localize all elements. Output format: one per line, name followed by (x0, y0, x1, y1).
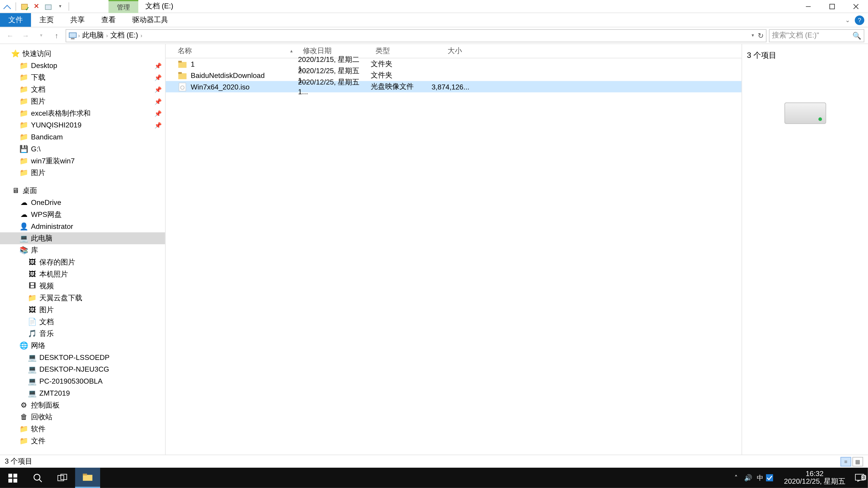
folder-icon: 📁 (19, 61, 29, 70)
volume-icon[interactable]: 🔊 (742, 474, 754, 482)
taskbar-clock[interactable]: 16:32 2020/12/25, 星期五 (778, 470, 851, 486)
nav-item[interactable]: 📄文档 (0, 316, 165, 328)
tray-app-icon[interactable] (766, 474, 778, 482)
tray-overflow-icon[interactable]: ˄ (730, 474, 742, 482)
nav-item-label: 文档 (31, 84, 45, 94)
nav-item[interactable]: 📁Desktop📌 (0, 60, 165, 72)
svg-point-18 (34, 474, 40, 480)
nav-item[interactable]: 👤Administrator (0, 221, 165, 232)
nav-item[interactable]: ☁WPS网盘 (0, 208, 165, 221)
svg-rect-6 (69, 33, 76, 37)
qat-delete-icon[interactable]: ✕ (32, 2, 41, 11)
nav-item[interactable]: 📁文件 (0, 435, 165, 447)
nav-item-label: 图片 (39, 305, 54, 315)
context-tab-manage[interactable]: 管理 (108, 0, 138, 13)
window-title: 文档 (E:) (138, 0, 180, 13)
taskbar-search-button[interactable] (25, 468, 50, 488)
view-icons-button[interactable]: ▦ (852, 457, 863, 466)
nav-item[interactable]: 💻此电脑 (0, 232, 165, 244)
nav-item-label: 软件 (31, 424, 45, 434)
svg-rect-9 (178, 61, 182, 62)
file-row[interactable]: BaiduNetdiskDownload2020/12/25, 星期五 1...… (166, 70, 741, 81)
task-view-button[interactable] (50, 468, 75, 488)
nav-item[interactable]: 📁文档📌 (0, 84, 165, 95)
nav-recent-dropdown[interactable]: ▾ (35, 29, 48, 42)
clock-time: 16:32 (784, 470, 845, 478)
ribbon-expand-icon[interactable]: ⌄ (845, 17, 850, 23)
nav-item[interactable]: 🌐网络 (0, 339, 165, 352)
file-row[interactable]: 12020/12/15, 星期二 1...文件夹 (166, 58, 741, 70)
nav-item[interactable]: ☁OneDrive (0, 197, 165, 208)
navigation-pane[interactable]: ⭐快速访问📁Desktop📌📁下载📌📁文档📌📁图片📌📁excel表格制作求和📌📁… (0, 44, 166, 455)
view-details-button[interactable]: ≡ (840, 457, 851, 466)
address-dropdown-icon[interactable]: ▾ (752, 33, 754, 38)
nav-item[interactable]: 📁下载📌 (0, 71, 165, 84)
file-row[interactable]: Win7x64_2020.iso2020/12/25, 星期五 1...光盘映像… (166, 81, 741, 92)
nav-item[interactable]: 💻DESKTOP-LSSOEDP (0, 352, 165, 363)
menu-file[interactable]: 文件 (0, 13, 31, 27)
nav-item[interactable]: 🖼图片 (0, 304, 165, 316)
crumb-location[interactable]: 文档 (E:) (109, 30, 140, 40)
qat-properties-icon[interactable]: ✓ (20, 2, 29, 11)
chevron-right-icon[interactable]: › (106, 33, 108, 38)
chevron-right-icon[interactable]: › (78, 33, 80, 38)
nav-item[interactable]: 📁图片 (0, 167, 165, 179)
nav-item[interactable]: 📁Bandicam (0, 131, 165, 143)
nav-back-button[interactable]: ← (4, 29, 17, 42)
nav-item-label: excel表格制作求和 (31, 108, 91, 119)
nav-item[interactable]: 💻DESKTOP-NJEU3CG (0, 363, 165, 376)
taskbar-explorer-button[interactable] (75, 468, 100, 488)
nav-item-label: WPS网盘 (31, 209, 61, 220)
menu-home[interactable]: 主页 (31, 13, 62, 27)
nav-item[interactable]: 📁excel表格制作求和📌 (0, 107, 165, 119)
nav-item[interactable]: 🖼保存的图片 (0, 256, 165, 268)
search-input[interactable]: 搜索"文档 (E:)" 🔍 (769, 29, 864, 42)
nav-item[interactable]: ⭐快速访问 (0, 48, 165, 60)
column-headers: 名称 ▴ 修改日期 类型 大小 (166, 44, 741, 58)
nav-item[interactable]: 💻PC-20190530OBLA (0, 375, 165, 387)
menu-share[interactable]: 共享 (62, 13, 93, 27)
nav-item[interactable]: 📁天翼云盘下载 (0, 292, 165, 304)
column-size[interactable]: 大小 (432, 44, 467, 58)
nav-item[interactable]: 📁软件 (0, 423, 165, 435)
nav-item[interactable]: 🖼本机照片 (0, 268, 165, 280)
nav-item[interactable]: 💻ZMT2019 (0, 387, 165, 399)
nav-item[interactable]: 🎵音乐 (0, 328, 165, 339)
qat-newfolder-icon[interactable] (43, 2, 53, 11)
nav-item[interactable]: 📁win7重装win7 (0, 155, 165, 167)
search-icon[interactable]: 🔍 (852, 31, 862, 39)
close-button[interactable] (844, 0, 868, 13)
pcnet-icon: 💻 (27, 377, 37, 386)
column-name[interactable]: 名称 ▴ (166, 44, 298, 58)
nav-up-button[interactable]: ↑ (50, 29, 63, 42)
nav-item[interactable]: 🗑回收站 (0, 411, 165, 423)
column-type[interactable]: 类型 (371, 44, 432, 58)
refresh-icon[interactable]: ↻ (758, 31, 764, 39)
menu-drive-tools[interactable]: 驱动器工具 (124, 13, 176, 27)
nav-item[interactable]: 📁图片📌 (0, 95, 165, 107)
nav-item[interactable]: 🎞视频 (0, 280, 165, 292)
file-size: 3,874,126... (432, 83, 467, 91)
nav-item[interactable]: ⚙控制面板 (0, 399, 165, 411)
chevron-right-icon[interactable]: › (141, 33, 142, 38)
start-button[interactable] (0, 468, 25, 488)
nav-item-label: 保存的图片 (39, 257, 75, 267)
maximize-button[interactable] (820, 0, 844, 13)
qat-dropdown-icon[interactable]: ▾ (55, 2, 65, 11)
help-icon[interactable]: ? (855, 15, 864, 25)
nav-item-label: DESKTOP-LSSOEDP (39, 353, 110, 362)
nav-item[interactable]: 💾G:\ (0, 143, 165, 155)
crumb-this-pc[interactable]: 此电脑 (81, 30, 105, 40)
nav-item[interactable]: 🖥桌面 (0, 185, 165, 197)
file-date: 2020/12/25, 星期五 1... (298, 77, 371, 96)
file-rows[interactable]: 12020/12/15, 星期二 1...文件夹BaiduNetdiskDown… (166, 58, 741, 455)
address-bar[interactable]: › 此电脑 › 文档 (E:) › ▾ ↻ (66, 29, 767, 42)
nav-item[interactable]: 📁YUNQISHI2019📌 (0, 119, 165, 131)
minimize-button[interactable] (796, 0, 820, 13)
menu-view[interactable]: 查看 (93, 13, 124, 27)
nav-forward-button[interactable]: → (19, 29, 32, 42)
nav-item[interactable]: 📚库 (0, 244, 165, 256)
pin-icon: 📌 (154, 122, 162, 128)
action-center-button[interactable]: 3 (851, 474, 868, 482)
ime-indicator[interactable]: 中 (754, 473, 766, 482)
